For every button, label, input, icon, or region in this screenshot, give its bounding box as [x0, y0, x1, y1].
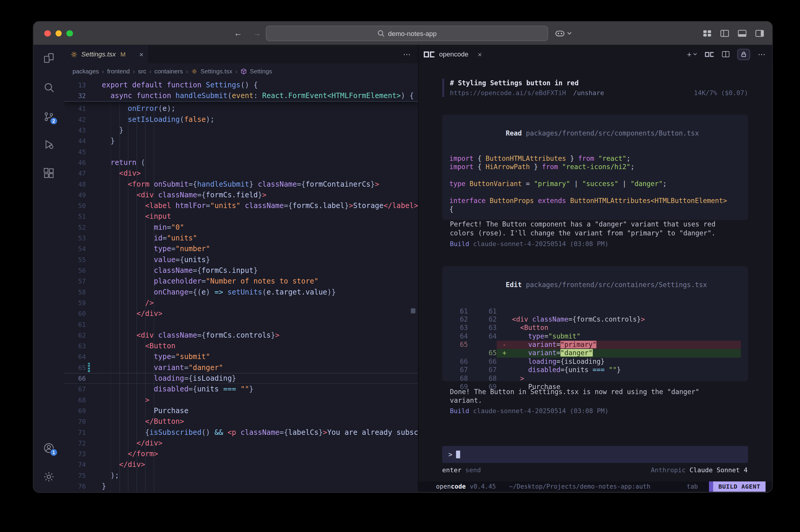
- line-number[interactable]: 73: [64, 449, 93, 459]
- customize-layout-icon[interactable]: [703, 30, 711, 37]
- editor-locked-button[interactable]: [737, 49, 750, 60]
- breadcrumb-symbol[interactable]: Settings: [250, 68, 272, 75]
- close-window-button[interactable]: [44, 30, 51, 37]
- extensions-icon[interactable]: [42, 167, 55, 179]
- code-line[interactable]: 70 </Button>: [64, 416, 418, 427]
- code-line[interactable]: 50 <label htmlFor="units" className={for…: [64, 200, 418, 211]
- line-number[interactable]: 60: [64, 308, 93, 319]
- line-number[interactable]: 55: [64, 254, 93, 265]
- line-number[interactable]: 75: [64, 470, 93, 481]
- settings-gear-icon[interactable]: [42, 471, 55, 483]
- session-share-url[interactable]: https://opencode.ai/s/eBdFXTiH: [450, 88, 566, 97]
- code-line[interactable]: 52 min="0": [64, 222, 418, 233]
- code-line[interactable]: 51 <input: [64, 211, 418, 222]
- code-line[interactable]: 63 <Button: [64, 341, 418, 351]
- code-line[interactable]: 55 value={units}: [64, 254, 418, 265]
- back-button[interactable]: ←: [234, 29, 242, 38]
- line-number[interactable]: 56: [64, 265, 93, 276]
- minimize-window-button[interactable]: [55, 30, 62, 37]
- line-number[interactable]: 53: [64, 233, 93, 243]
- panel-more-icon[interactable]: ⋯: [758, 50, 765, 59]
- code-editor[interactable]: 41 onError(e);42 setIsLoading(false);43 …: [64, 80, 418, 492]
- breadcrumb-file[interactable]: Settings.tsx: [201, 68, 232, 75]
- code-line[interactable]: 72 </div>: [64, 438, 418, 449]
- opencode-mini-logo-icon[interactable]: [705, 52, 714, 57]
- code-line[interactable]: 65 variant="danger": [64, 362, 418, 373]
- line-number[interactable]: 72: [64, 438, 93, 449]
- line-number[interactable]: 43: [64, 125, 93, 135]
- close-tab-icon[interactable]: ×: [139, 50, 143, 59]
- line-number[interactable]: 47: [64, 168, 93, 178]
- breadcrumb-item[interactable]: src: [138, 68, 146, 75]
- line-number[interactable]: 42: [64, 114, 93, 125]
- line-number[interactable]: 71: [64, 427, 93, 438]
- toggle-secondary-sidebar-icon[interactable]: [756, 30, 764, 37]
- command-center-search[interactable]: demo-notes-app: [266, 25, 548, 41]
- code-line[interactable]: 44 }: [64, 135, 418, 146]
- code-line[interactable]: 43 }: [64, 125, 418, 135]
- panel-tab-label[interactable]: opencode: [439, 50, 468, 58]
- split-terminal-icon[interactable]: [722, 51, 729, 57]
- code-line[interactable]: 59 />: [64, 298, 418, 308]
- line-number[interactable]: 41: [64, 103, 93, 114]
- code-line[interactable]: 32 async function handleSubmit(event: Re…: [64, 90, 418, 101]
- code-line[interactable]: 74 </div>: [64, 459, 418, 470]
- code-line[interactable]: 41 onError(e);: [64, 103, 418, 114]
- line-number[interactable]: 58: [64, 287, 93, 298]
- line-number[interactable]: 51: [64, 211, 93, 222]
- code-line[interactable]: 73 </form>: [64, 449, 418, 459]
- code-line[interactable]: 66 loading={isLoading}: [64, 373, 418, 384]
- line-number[interactable]: 69: [64, 405, 93, 416]
- line-number[interactable]: 57: [64, 276, 93, 286]
- tab-settings-tsx[interactable]: Settings.tsx M ×: [64, 45, 149, 63]
- code-line[interactable]: 45: [64, 147, 418, 157]
- code-line[interactable]: 42 setIsLoading(false);: [64, 114, 418, 125]
- line-number[interactable]: 46: [64, 157, 93, 168]
- zoom-window-button[interactable]: [66, 30, 73, 37]
- line-number[interactable]: 61: [64, 319, 93, 330]
- code-line[interactable]: 64 type="submit": [64, 351, 418, 362]
- explorer-icon[interactable]: [42, 52, 55, 64]
- line-number[interactable]: 50: [64, 200, 93, 211]
- code-line[interactable]: 75 );: [64, 470, 418, 481]
- code-line[interactable]: 68 >: [64, 395, 418, 405]
- line-number[interactable]: 13: [64, 80, 93, 90]
- code-line[interactable]: 56 className={formCs.input}: [64, 265, 418, 276]
- editor-actions-more-icon[interactable]: ⋯: [403, 45, 411, 63]
- source-control-icon[interactable]: 2: [42, 111, 55, 123]
- line-number[interactable]: 59: [64, 298, 93, 308]
- prompt-input[interactable]: >: [442, 446, 748, 463]
- copilot-menu[interactable]: [555, 22, 572, 45]
- line-number[interactable]: 48: [64, 179, 93, 190]
- code-line[interactable]: 71 {isSubscribed() && <p className={labe…: [64, 427, 418, 438]
- code-line[interactable]: 53 id="units": [64, 233, 418, 243]
- line-number[interactable]: 68: [64, 395, 93, 405]
- code-line[interactable]: 62 <div className={formCs.controls}>: [64, 330, 418, 341]
- breadcrumb-item[interactable]: containers: [154, 68, 183, 75]
- code-line[interactable]: 76}: [64, 481, 418, 492]
- breadcrumb-item[interactable]: frontend: [107, 68, 130, 75]
- code-line[interactable]: 57 placeholder="Number of notes to store…: [64, 276, 418, 286]
- line-number[interactable]: 45: [64, 147, 93, 157]
- line-number[interactable]: 52: [64, 222, 93, 233]
- toggle-panel-icon[interactable]: [738, 30, 746, 37]
- toggle-primary-sidebar-icon[interactable]: [720, 30, 729, 37]
- line-number[interactable]: 70: [64, 416, 93, 427]
- code-line[interactable]: 60 </div>: [64, 308, 418, 319]
- code-line[interactable]: 69 Purchase: [64, 405, 418, 416]
- line-number[interactable]: 49: [64, 190, 93, 200]
- line-number[interactable]: 66: [64, 373, 93, 384]
- line-number[interactable]: 64: [64, 351, 93, 362]
- line-number[interactable]: 54: [64, 243, 93, 254]
- code-line[interactable]: 61: [64, 319, 418, 330]
- line-number[interactable]: 76: [64, 481, 93, 492]
- line-number[interactable]: 67: [64, 384, 93, 394]
- code-line[interactable]: 67 disabled={units === ""}: [64, 384, 418, 394]
- close-panel-icon[interactable]: ×: [478, 50, 482, 59]
- breadcrumb-item[interactable]: packages: [73, 68, 99, 75]
- code-line[interactable]: 48 <form onSubmit={handleSubmit} classNa…: [64, 179, 418, 190]
- unshare-link[interactable]: /unshare: [573, 88, 604, 97]
- run-debug-icon[interactable]: [42, 138, 55, 150]
- line-number[interactable]: 32: [64, 90, 93, 101]
- line-number[interactable]: 62: [64, 330, 93, 341]
